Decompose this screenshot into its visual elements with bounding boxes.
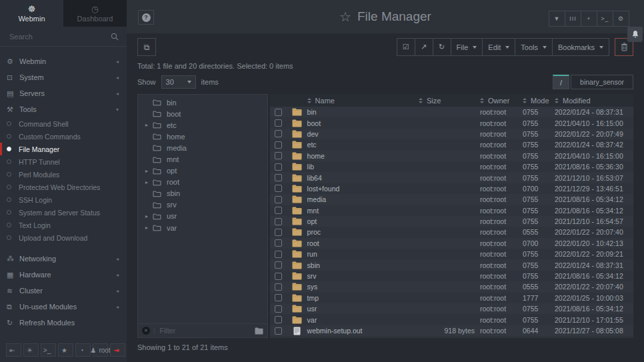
row-checkbox[interactable] [275, 141, 282, 149]
clone-window-button[interactable]: ⧉ [137, 38, 156, 56]
row-checkbox[interactable] [275, 229, 282, 236]
table-row[interactable]: opt root:root 0755 2021/12/10 - 16:54:57 [270, 216, 633, 227]
sidebar-item-system-server-status[interactable]: System and Server Status [0, 206, 127, 219]
share-button[interactable]: ↗ [415, 38, 433, 56]
sidebar-item-tools[interactable]: ⚒ Tools ▾ [0, 101, 127, 117]
row-checkbox[interactable] [275, 251, 282, 258]
row-checkbox[interactable] [275, 152, 282, 159]
table-row[interactable]: usr root:root 0755 2021/08/16 - 05:34:12 [270, 303, 633, 314]
row-checkbox[interactable] [275, 109, 282, 116]
clear-filter-icon[interactable]: ✕ [142, 327, 150, 335]
favorite-star-icon[interactable]: ☆ [339, 9, 351, 25]
table-row[interactable]: proc root:root 0555 2022/01/22 - 20:07:4… [270, 227, 633, 237]
sidebar-item-system[interactable]: ⊡ System ◂ [0, 69, 127, 85]
bookmarks-menu-button[interactable]: Bookmarks [552, 38, 609, 56]
sidebar-item-servers[interactable]: ▤ Servers ◂ [0, 85, 127, 101]
tree-item[interactable]: srv [138, 199, 267, 211]
edit-menu-button[interactable]: Edit [482, 38, 515, 56]
table-row[interactable]: boot root:root 0755 2021/04/10 - 16:15:0… [270, 117, 633, 128]
filter-input[interactable] [159, 326, 251, 335]
table-row[interactable]: tmp root:root 1777 2022/01/25 - 10:00:03 [270, 293, 633, 303]
row-checkbox[interactable] [275, 305, 282, 313]
file-menu-button[interactable]: File [451, 38, 483, 56]
tree-item[interactable]: mnt [138, 153, 267, 165]
tree-item[interactable]: media [138, 142, 267, 153]
row-checkbox[interactable] [275, 174, 282, 181]
table-row[interactable]: bin root:root 0755 2022/01/24 - 08:37:31 [270, 107, 633, 117]
tree-item[interactable]: home [138, 131, 267, 142]
row-checkbox[interactable] [275, 294, 282, 301]
sidebar-item-http-tunnel[interactable]: HTTP Tunnel [0, 155, 127, 168]
sidebar-item-protected-web-directories[interactable]: Protected Web Directories [0, 181, 127, 193]
sidebar-item-command-shell[interactable]: Command Shell [0, 117, 127, 130]
sidebar-tab[interactable]: ◷ Dashboard [63, 0, 127, 27]
terminal-button[interactable]: >_ [597, 11, 613, 27]
table-row[interactable]: root root:root 0700 2022/01/20 - 10:42:1… [270, 238, 633, 249]
row-checkbox[interactable] [275, 185, 282, 192]
expand-caret-icon[interactable]: ▸ [145, 122, 153, 128]
table-row[interactable]: srv root:root 0755 2021/08/16 - 05:34:12 [270, 271, 633, 281]
tree-item[interactable]: boot [138, 108, 267, 119]
tree-item[interactable]: ▸ etc [138, 119, 267, 131]
row-checkbox[interactable] [275, 239, 282, 247]
sidebar-item-perl-modules[interactable]: Perl Modules [0, 168, 127, 181]
logout-button[interactable]: ⇥ [110, 343, 125, 357]
column-header[interactable]: Name [307, 97, 419, 105]
sidebar-item-custom-commands[interactable]: Custom Commands [0, 130, 127, 143]
sidebar-item-webmin[interactable]: ⚙ Webmin ◂ [0, 53, 127, 69]
table-row[interactable]: etc root:root 0755 2022/01/24 - 08:37:42 [270, 139, 633, 150]
tree-item[interactable]: ▸ usr [138, 211, 267, 222]
folder-filter-icon[interactable] [255, 327, 263, 335]
tree-item[interactable]: sbin [138, 188, 267, 199]
search-input[interactable] [8, 32, 111, 41]
help-button[interactable]: ? [138, 10, 154, 25]
table-row[interactable]: mnt root:root 0755 2021/08/16 - 05:34:12 [270, 205, 633, 216]
column-header[interactable]: Mode [523, 97, 555, 105]
table-row[interactable]: lost+found root:root 0700 2021/12/29 - 1… [270, 183, 633, 194]
row-checkbox[interactable] [275, 327, 282, 335]
expand-caret-icon[interactable]: ▸ [145, 168, 153, 174]
row-checkbox[interactable] [275, 119, 282, 127]
theme-toggle-button[interactable]: ☀ [23, 343, 39, 357]
collapse-sidebar-button[interactable]: ⇤ [6, 343, 21, 357]
column-header[interactable]: Size [419, 97, 480, 105]
table-row[interactable]: lib64 root:root 0755 2021/12/10 - 16:53:… [270, 172, 633, 183]
columns-button[interactable]: III [565, 11, 581, 27]
sidebar-item-upload-download[interactable]: Upload and Download [0, 231, 127, 244]
row-checkbox[interactable] [275, 273, 282, 280]
items-per-page-select[interactable]: 30 [161, 75, 196, 89]
table-row[interactable]: webmin-setup.out 918 bytes root:root 064… [270, 325, 633, 336]
row-checkbox[interactable] [275, 218, 282, 225]
table-row[interactable]: lib root:root 0755 2021/08/16 - 05:36:30 [270, 161, 633, 172]
sidebar-item-cluster[interactable]: ≋ Cluster ◂ [0, 283, 127, 299]
table-row[interactable]: sbin root:root 0755 2022/01/24 - 08:37:3… [270, 259, 633, 270]
table-row[interactable]: sys root:root 0555 2022/01/22 - 20:07:40 [270, 281, 633, 292]
sidebar-item-unused-modules[interactable]: ⧉ Un-used Modules ◂ [0, 299, 127, 315]
sidebar-item-hardware[interactable]: ▦ Hardware ◂ [0, 267, 127, 283]
stats-button[interactable]: ◔ [75, 343, 91, 357]
sidebar-item-refresh-modules[interactable]: ↻ Refresh Modules [0, 315, 127, 331]
notifications-button[interactable] [627, 27, 643, 42]
expand-caret-icon[interactable]: ▸ [145, 225, 153, 231]
sidebar-item-networking[interactable]: ⁂ Networking ◂ [0, 251, 127, 267]
row-checkbox[interactable] [275, 283, 282, 291]
breadcrumb-root[interactable]: / [553, 75, 569, 89]
column-header[interactable]: Owner [480, 97, 523, 105]
terminal-button[interactable]: >_ [41, 343, 56, 357]
table-row[interactable]: run root:root 0755 2022/01/22 - 20:09:21 [270, 249, 633, 259]
tree-item[interactable]: ▸ opt [138, 165, 267, 177]
add-button[interactable]: + [581, 11, 597, 27]
settings-button[interactable]: ⚙ [613, 11, 629, 27]
table-row[interactable]: media root:root 0755 2021/08/16 - 05:34:… [270, 194, 633, 205]
row-checkbox[interactable] [275, 196, 282, 203]
row-checkbox[interactable] [275, 207, 282, 214]
column-header[interactable]: Modified [555, 97, 633, 105]
user-root-button[interactable]: ♟ root [93, 343, 108, 357]
table-row[interactable]: dev root:root 0755 2022/01/22 - 20:07:49 [270, 129, 633, 139]
tree-item[interactable]: ▸ root [138, 177, 267, 188]
refresh-button[interactable]: ↻ [433, 38, 451, 56]
tree-item[interactable]: ▸ var [138, 222, 267, 233]
sidebar-tab[interactable]: ☸ Webmin [0, 0, 63, 27]
tree-item[interactable]: bin [138, 97, 267, 108]
select-all-button[interactable]: ☑ [397, 38, 415, 56]
